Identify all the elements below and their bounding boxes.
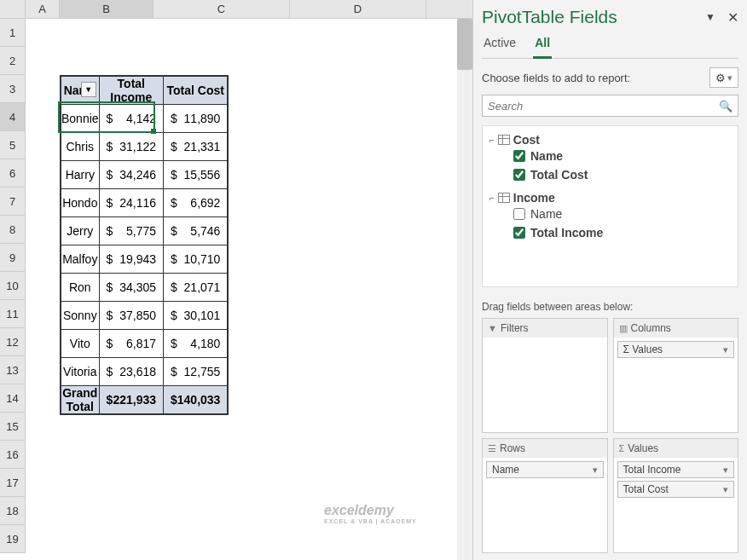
cell-cost[interactable]: $21,331 [164,133,228,161]
row-header-1[interactable]: 1 [0,19,26,47]
cell-cost[interactable]: $30,101 [164,302,228,330]
cell-income[interactable]: $34,305 [99,274,163,302]
row-header-3[interactable]: 3 [0,75,26,103]
tools-button[interactable]: ⚙▾ [709,67,738,88]
scroll-thumb[interactable] [457,19,472,70]
chevron-down-icon[interactable]: ▾ [593,465,598,476]
tab-active[interactable]: Active [482,32,518,58]
select-all-corner[interactable] [0,0,26,18]
row-header-6[interactable]: 6 [0,159,26,188]
cell-name[interactable]: Bonnie [61,105,100,133]
filters-area[interactable]: ▼Filters [482,318,608,433]
row-header-17[interactable]: 17 [0,469,26,497]
cell-income[interactable]: $6,817 [99,330,163,358]
values-area[interactable]: ΣValues Total Income▾Total Cost▾ [613,438,739,553]
field-checkbox[interactable] [513,169,525,181]
cell-income[interactable]: $24,116 [99,189,163,217]
col-header-B[interactable]: B [60,0,153,18]
chevron-down-icon[interactable]: ▾ [723,465,728,476]
grand-total-row[interactable]: Grand Total$221,933$140,033 [61,386,228,414]
row-header-7[interactable]: 7 [0,188,26,216]
cell-name[interactable]: Malfoy [61,245,100,274]
search-box[interactable]: 🔍 [482,95,738,117]
cell-income[interactable]: $19,943 [99,245,163,274]
row-header-9[interactable]: 9 [0,244,26,272]
table-header[interactable]: ⌐ Cost [489,133,731,147]
field-item[interactable]: Total Income [489,223,731,242]
field-item[interactable]: Total Cost [489,165,731,184]
collapse-icon[interactable]: ⌐ [489,193,495,203]
cell-income[interactable]: $5,775 [99,217,163,245]
field-checkbox[interactable] [513,227,525,239]
cell-cost[interactable]: $15,556 [164,161,228,189]
area-pill[interactable]: Total Income▾ [617,461,735,478]
filter-dropdown-icon[interactable]: ▼ [81,82,96,97]
row-header-11[interactable]: 11 [0,300,26,328]
row-header-14[interactable]: 14 [0,384,26,413]
cell-cost[interactable]: $4,180 [164,330,228,358]
cell-cost[interactable]: $21,071 [164,274,228,302]
field-checkbox[interactable] [513,208,525,220]
row-header-5[interactable]: 5 [0,131,26,159]
cell-name[interactable]: Vitoria [61,358,100,386]
cell-cost[interactable]: $12,755 [164,358,228,386]
col-header-D[interactable]: D [290,0,426,18]
table-row[interactable]: Hondo$24,116$6,692 [61,189,228,217]
columns-area[interactable]: ▥Columns Σ Values▾ [613,318,739,433]
row-header-2[interactable]: 2 [0,47,26,75]
field-checkbox[interactable] [513,150,525,162]
cell-name[interactable]: Sonny [61,302,100,330]
row-header-4[interactable]: 4 [0,103,26,131]
close-icon[interactable]: ✕ [727,9,738,26]
row-header-15[interactable]: 15 [0,413,26,441]
cell-name[interactable]: Ron [61,274,100,302]
table-header[interactable]: ⌐ Income [489,191,731,205]
field-item[interactable]: Name [489,147,731,165]
cell-cost[interactable]: $6,692 [164,189,228,217]
cell-cost[interactable]: $11,890 [164,105,228,133]
table-row[interactable]: Vitoria$23,618$12,755 [61,358,228,386]
cell-cost[interactable]: $5,746 [164,217,228,245]
row-header-13[interactable]: 13 [0,356,26,384]
field-list[interactable]: ⌐ Cost Name Total Cost⌐ Income Name Tota… [482,125,738,287]
row-header-16[interactable]: 16 [0,441,26,469]
header-name[interactable]: Name▼ [61,77,100,105]
cell-income[interactable]: $23,618 [99,358,163,386]
cell-income[interactable]: $37,850 [99,302,163,330]
table-row[interactable]: Sonny$37,850$30,101 [61,302,228,330]
cell-name[interactable]: Jerry [61,217,100,245]
row-header-19[interactable]: 19 [0,525,26,553]
chevron-down-icon[interactable]: ▼ [705,11,715,23]
cell-cost[interactable]: $10,710 [164,245,228,274]
cell-name[interactable]: Harry [61,161,100,189]
area-pill[interactable]: Name▾ [486,461,604,478]
row-header-18[interactable]: 18 [0,497,26,525]
area-pill[interactable]: Σ Values▾ [617,341,735,358]
chevron-down-icon[interactable]: ▾ [723,484,728,495]
vertical-scrollbar[interactable]: ▲ [457,19,472,560]
table-row[interactable]: Ron$34,305$21,071 [61,274,228,302]
table-row[interactable]: Jerry$5,775$5,746 [61,217,228,245]
cell-income[interactable]: $31,122 [99,133,163,161]
cell-income[interactable]: $4,142 [99,105,163,133]
field-item[interactable]: Name [489,205,731,223]
cell-name[interactable]: Hondo [61,189,100,217]
col-header-C[interactable]: C [153,0,290,18]
cell-name[interactable]: Vito [61,330,100,358]
cell-income[interactable]: $34,246 [99,161,163,189]
table-row[interactable]: Chris$31,122$21,331 [61,133,228,161]
table-row[interactable]: Harry$34,246$15,556 [61,161,228,189]
table-row[interactable]: Malfoy$19,943$10,710 [61,245,228,274]
collapse-icon[interactable]: ⌐ [489,136,495,145]
rows-area[interactable]: ☰Rows Name▾ [482,438,608,553]
cell-name[interactable]: Chris [61,133,100,161]
area-pill[interactable]: Total Cost▾ [617,481,735,498]
col-header-A[interactable]: A [26,0,60,18]
row-header-12[interactable]: 12 [0,328,26,356]
table-row[interactable]: Bonnie$4,142$11,890 [61,105,228,133]
row-header-10[interactable]: 10 [0,272,26,300]
row-header-8[interactable]: 8 [0,216,26,244]
tab-all[interactable]: All [533,32,552,59]
chevron-down-icon[interactable]: ▾ [723,344,728,355]
search-input[interactable] [488,100,719,113]
